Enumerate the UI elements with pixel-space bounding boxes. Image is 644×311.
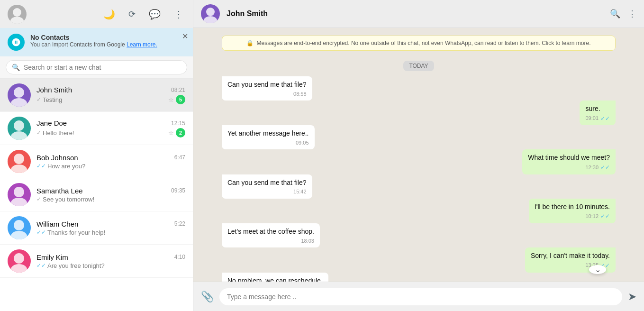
my-avatar[interactable] bbox=[8, 5, 27, 24]
contact-name-jane: Jane Doe bbox=[36, 119, 67, 127]
send-button[interactable]: ➤ bbox=[628, 291, 636, 303]
msg-bubble-3: Yet another message here.. 09:05 bbox=[222, 125, 315, 149]
contact-avatar-emily bbox=[8, 249, 31, 273]
msg-text-6: I'll be there in 10 minutes. bbox=[535, 203, 610, 210]
notification-icon bbox=[8, 34, 25, 51]
contact-name-bob: Bob Johnson bbox=[36, 154, 78, 162]
notification-desc: You can import Contacts from Google Lear… bbox=[30, 41, 185, 48]
contact-bottom-jane: ✓ Hello there! ☆2 bbox=[36, 128, 185, 137]
contact-info-william: William Chen 5:22 ✓✓ Thanks for your hel… bbox=[36, 220, 185, 236]
left-header: 🌙 ⟳ 💬 ⋮ bbox=[0, 0, 193, 28]
contact-name-john: John Smith bbox=[36, 86, 72, 94]
badge-john: 5 bbox=[176, 95, 185, 104]
msg-bubble-7: Let's meet at the coffee shop. 18:03 bbox=[222, 223, 320, 247]
msg-text-7: Let's meet at the coffee shop. bbox=[227, 228, 314, 235]
contact-avatar-william bbox=[8, 216, 31, 239]
msg-bubble-5: Can you send me that file? 15:42 bbox=[222, 174, 312, 199]
msg-time-4: 12:30 bbox=[585, 164, 599, 171]
contact-avatar-jane bbox=[8, 117, 31, 140]
contact-time-samantha: 09:35 bbox=[171, 187, 185, 194]
message-row-8: Sorry, I can't make it today. 13:25 ✓✓ bbox=[222, 247, 616, 272]
contact-item-jane[interactable]: Jane Doe 12:15 ✓ Hello there! ☆2 bbox=[0, 112, 193, 145]
search-chat-button[interactable]: 🔍 bbox=[610, 9, 620, 19]
contact-item-john[interactable]: John Smith 08:21 ✓ Testing ☆5 bbox=[0, 79, 193, 112]
search-input-wrap: 🔍 bbox=[6, 60, 187, 74]
contact-item-william[interactable]: William Chen 5:22 ✓✓ Thanks for your hel… bbox=[0, 211, 193, 245]
msg-bubble-1: Can you send me that file? 08:58 bbox=[222, 76, 312, 101]
notification-close-button[interactable]: ✕ bbox=[182, 32, 188, 41]
notification-title: No Contacts bbox=[30, 34, 185, 41]
date-divider: TODAY bbox=[222, 61, 616, 70]
contact-top-jane: Jane Doe 12:15 bbox=[36, 119, 185, 127]
msg-tick-6: ✓✓ bbox=[600, 212, 610, 220]
contact-bottom-samantha: ✓ See you tomorrow! bbox=[36, 196, 185, 203]
tick-samantha: ✓ bbox=[36, 196, 41, 202]
contact-item-bob[interactable]: Bob Johnson 6:47 ✓✓ How are you? bbox=[0, 145, 193, 178]
msg-time-2: 09:01 bbox=[585, 115, 599, 122]
message-row-4: What time should we meet? 12:30 ✓✓ bbox=[222, 149, 616, 174]
contact-info-bob: Bob Johnson 6:47 ✓✓ How are you? bbox=[36, 154, 185, 170]
more-menu-button[interactable]: ⋮ bbox=[172, 7, 185, 22]
contact-avatar-john bbox=[8, 83, 31, 107]
contact-top-bob: Bob Johnson 6:47 bbox=[36, 154, 185, 162]
contact-top-john: John Smith 08:21 bbox=[36, 86, 185, 94]
svg-point-12 bbox=[14, 253, 24, 264]
tick-emily: ✓✓ bbox=[36, 262, 46, 269]
learn-more-link[interactable]: Learn more. bbox=[127, 41, 157, 48]
refresh-button[interactable]: ⟳ bbox=[127, 7, 137, 21]
contact-item-emily[interactable]: Emily Kim 4:10 ✓✓ Are you free tonight? bbox=[0, 245, 193, 278]
msg-bubble-4: What time should we meet? 12:30 ✓✓ bbox=[522, 149, 616, 174]
attach-button[interactable]: 📎 bbox=[201, 291, 214, 303]
scroll-to-bottom-button[interactable]: ⌄ bbox=[589, 265, 606, 274]
msg-meta-4: 12:30 ✓✓ bbox=[528, 164, 610, 172]
svg-point-8 bbox=[14, 187, 24, 197]
contact-time-william: 5:22 bbox=[174, 220, 185, 227]
svg-point-2 bbox=[14, 87, 24, 98]
svg-point-0 bbox=[13, 8, 21, 17]
message-input[interactable] bbox=[219, 288, 622, 305]
chat-more-button[interactable]: ⋮ bbox=[628, 9, 636, 19]
contact-time-bob: 6:47 bbox=[174, 154, 185, 161]
contact-info-jane: Jane Doe 12:15 ✓ Hello there! ☆2 bbox=[36, 119, 185, 137]
msg-time-7: 18:03 bbox=[301, 238, 314, 245]
left-panel: 🌙 ⟳ 💬 ⋮ No Contacts You can import Conta… bbox=[0, 0, 193, 311]
contact-time-jane: 12:15 bbox=[171, 120, 185, 127]
moon-button[interactable]: 🌙 bbox=[101, 7, 117, 22]
notification-text: No Contacts You can import Contacts from… bbox=[30, 34, 185, 48]
chat-messages: 🔒 Messages are end-to-end encrypted. No … bbox=[193, 28, 644, 282]
message-row-6: I'll be there in 10 minutes. 10:12 ✓✓ bbox=[222, 199, 616, 223]
right-panel: John Smith 🔍 ⋮ 🔒 Messages are end-to-end… bbox=[193, 0, 644, 311]
contact-info-john: John Smith 08:21 ✓ Testing ☆5 bbox=[36, 86, 185, 104]
msg-text-9: No problem, we can reschedule. bbox=[227, 277, 323, 282]
encryption-notice[interactable]: 🔒 Messages are end-to-end encrypted. No … bbox=[222, 36, 616, 51]
star-icon-jane: ☆ bbox=[168, 129, 174, 137]
contact-info-emily: Emily Kim 4:10 ✓✓ Are you free tonight? bbox=[36, 253, 185, 269]
svg-point-5 bbox=[11, 131, 27, 140]
tick-bob: ✓✓ bbox=[36, 163, 46, 169]
search-input[interactable] bbox=[24, 64, 181, 71]
msg-time-6: 10:12 bbox=[585, 213, 599, 220]
chat-header-name: John Smith bbox=[227, 9, 603, 18]
message-row-2: sure. 09:01 ✓✓ bbox=[222, 101, 616, 125]
contact-bottom-john: ✓ Testing ☆5 bbox=[36, 95, 185, 104]
contact-info-samantha: Samantha Lee 09:35 ✓ See you tomorrow! bbox=[36, 187, 185, 203]
svg-point-9 bbox=[11, 198, 27, 206]
contact-list: John Smith 08:21 ✓ Testing ☆5 Jane Doe 1… bbox=[0, 79, 193, 311]
svg-point-6 bbox=[14, 154, 24, 164]
svg-point-7 bbox=[11, 165, 27, 173]
message-row-7: Let's meet at the coffee shop. 18:03 bbox=[222, 223, 616, 247]
contact-name-samantha: Samantha Lee bbox=[36, 187, 83, 195]
notification-bar: No Contacts You can import Contacts from… bbox=[0, 28, 193, 56]
svg-point-4 bbox=[14, 120, 24, 131]
msg-meta-5: 15:42 bbox=[227, 188, 307, 195]
svg-point-1 bbox=[10, 17, 24, 24]
contact-preview-william: ✓✓ Thanks for your help! bbox=[36, 229, 105, 236]
contact-item-samantha[interactable]: Samantha Lee 09:35 ✓ See you tomorrow! bbox=[0, 178, 193, 211]
tick-john: ✓ bbox=[36, 96, 41, 103]
search-icon: 🔍 bbox=[12, 64, 20, 71]
contact-time-emily: 4:10 bbox=[174, 254, 185, 260]
contact-preview-bob: ✓✓ How are you? bbox=[36, 163, 85, 170]
new-chat-button[interactable]: 💬 bbox=[147, 7, 163, 22]
contact-avatar-samantha bbox=[8, 183, 31, 206]
msg-meta-1: 08:58 bbox=[227, 91, 307, 98]
